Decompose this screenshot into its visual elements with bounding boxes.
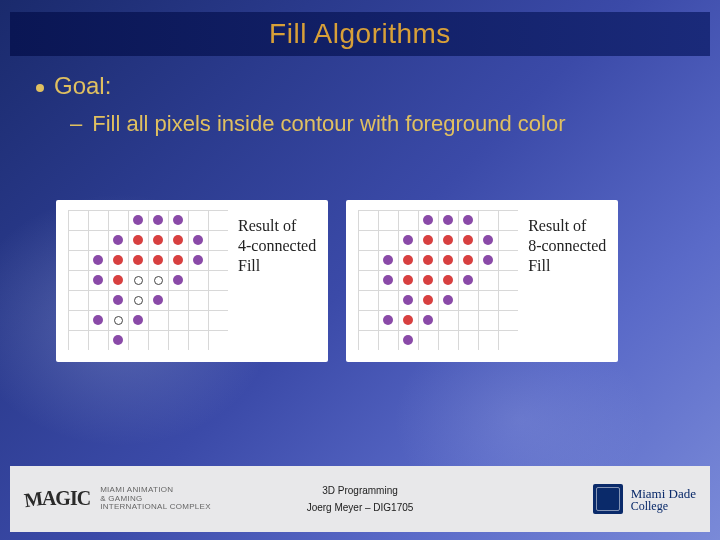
contour-dot-icon [458,210,478,230]
hole-dot-icon [148,270,168,290]
contour-dot-icon [398,330,418,350]
grid-4-connected [68,210,228,350]
diagrams-row: Result of 4-connected Fill Result of 8-c… [56,200,690,362]
contour-dot-icon [108,230,128,250]
fill-dot-icon [398,310,418,330]
contour-dot-icon [478,230,498,250]
contour-dot-icon [188,230,208,250]
hole-dot-icon [128,270,148,290]
bullet-dash-icon: – [70,113,82,135]
fill-dot-icon [168,250,188,270]
contour-dot-icon [188,250,208,270]
fill-dot-icon [418,250,438,270]
contour-dot-icon [458,270,478,290]
contour-dot-icon [378,270,398,290]
caption-line: 8-connected [528,237,606,254]
caption-line: Fill [238,257,260,274]
fill-dot-icon [128,230,148,250]
magic-wordmark: MAGIC [24,487,90,510]
caption-line: Result of [238,217,296,234]
fill-dot-icon [398,270,418,290]
contour-dot-icon [88,250,108,270]
bullet1-text: Goal: [54,72,111,100]
contour-dot-icon [398,290,418,310]
bullet-level-2: – Fill all pixels inside contour with fo… [70,110,684,139]
contour-dot-icon [168,210,188,230]
contour-dot-icon [148,290,168,310]
panel-4-connected: Result of 4-connected Fill [56,200,328,362]
contour-dot-icon [148,210,168,230]
contour-dot-icon [418,210,438,230]
grid-8-connected [358,210,518,350]
contour-dot-icon [418,310,438,330]
fill-dot-icon [168,230,188,250]
hole-dot-icon [108,310,128,330]
contour-dot-icon [88,270,108,290]
caption-line: Fill [528,257,550,274]
caption-8-connected: Result of 8-connected Fill [528,210,606,276]
fill-dot-icon [108,270,128,290]
contour-dot-icon [438,290,458,310]
logo-magic: MAGIC MIAMI ANIMATION & GAMING INTERNATI… [24,486,211,512]
contour-dot-icon [128,210,148,230]
hole-dot-icon [128,290,148,310]
fill-dot-icon [418,270,438,290]
logo-mdc: Miami Dade College [593,484,696,514]
fill-dot-icon [148,230,168,250]
fill-dot-icon [108,250,128,270]
logo-sub-line: & GAMING [100,494,142,503]
mdc-line: Miami Dade [631,487,696,500]
bullet2-text: Fill all pixels inside contour with fore… [92,110,565,139]
contour-dot-icon [378,250,398,270]
title-band: Fill Algorithms [10,12,710,56]
fill-dot-icon [438,270,458,290]
fill-dot-icon [148,250,168,270]
mdc-shield-icon [593,484,623,514]
mdc-text: Miami Dade College [631,487,696,512]
contour-dot-icon [108,330,128,350]
caption-line: 4-connected [238,237,316,254]
fill-dot-icon [398,250,418,270]
fill-dot-icon [458,250,478,270]
contour-dot-icon [88,310,108,330]
contour-dot-icon [168,270,188,290]
caption-line: Result of [528,217,586,234]
logo-sub-line: INTERNATIONAL COMPLEX [100,502,211,511]
fill-dot-icon [418,290,438,310]
fill-dot-icon [458,230,478,250]
contour-dot-icon [128,310,148,330]
fill-dot-icon [418,230,438,250]
logo-sub-line: MIAMI ANIMATION [100,485,173,494]
contour-dot-icon [378,310,398,330]
slide: Fill Algorithms Goal: – Fill all pixels … [0,0,720,540]
bullet-level-1: Goal: [36,72,684,100]
content-area: Goal: – Fill all pixels inside contour w… [36,72,684,139]
slide-title: Fill Algorithms [269,18,451,50]
caption-4-connected: Result of 4-connected Fill [238,210,316,276]
mdc-line: College [631,500,696,512]
fill-dot-icon [438,230,458,250]
contour-dot-icon [108,290,128,310]
magic-subtitle: MIAMI ANIMATION & GAMING INTERNATIONAL C… [100,486,211,512]
footer: MAGIC MIAMI ANIMATION & GAMING INTERNATI… [10,466,710,532]
contour-dot-icon [478,250,498,270]
contour-dot-icon [438,210,458,230]
bullet-dot-icon [36,84,44,92]
fill-dot-icon [128,250,148,270]
contour-dot-icon [398,230,418,250]
panel-8-connected: Result of 8-connected Fill [346,200,618,362]
fill-dot-icon [438,250,458,270]
